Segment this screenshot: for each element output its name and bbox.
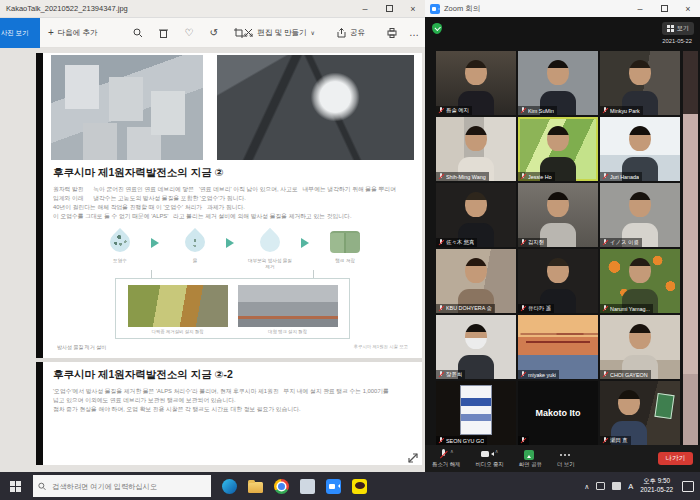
zoom-taskbar-icon[interactable] — [326, 479, 341, 494]
tray-chevron-up-icon[interactable]: ∧ — [584, 483, 589, 490]
search-input[interactable] — [50, 481, 206, 492]
participant-name-bar: 유타카 遥 — [518, 304, 554, 313]
rotate-icon[interactable]: ↺ — [209, 28, 217, 38]
participant-tile[interactable]: Minkyu Park Minkyu Park — [600, 51, 680, 115]
participant-tile[interactable]: 佐々木 悠真 佐々木 悠真 — [436, 183, 516, 247]
zoom-control-button[interactable]: 화면 공유 — [519, 449, 542, 468]
participant-tile[interactable]: SEON GYU GO SEON GYU GO — [436, 381, 516, 445]
participant-name-bar: 음솔 예지 — [436, 106, 472, 115]
participant-tile[interactable]: Shih-Ming Wang Shih-Ming Wang — [436, 117, 516, 181]
tray-volume-icon[interactable] — [612, 482, 621, 490]
participant-tile[interactable]: Juri Hanada Juri Hanada — [600, 117, 680, 181]
mic-muted-icon — [602, 107, 608, 114]
zoom-control-icon — [439, 449, 448, 460]
clock-date: 2021-05-22 — [640, 486, 673, 495]
arrow-right-icon — [151, 238, 164, 248]
start-button[interactable] — [4, 475, 26, 497]
zoom-titlebar[interactable]: Zoom 회의 – × — [425, 0, 700, 17]
view-button[interactable]: 보기 — [662, 22, 694, 35]
action-center-icon[interactable] — [682, 481, 694, 492]
resize-diagonal-icon[interactable] — [407, 452, 419, 464]
see-all-photos-button[interactable]: 모든 사진 보기 — [0, 18, 40, 48]
taskbar-search[interactable] — [33, 475, 211, 497]
section-divider — [36, 358, 422, 362]
close-button[interactable]: × — [401, 0, 425, 17]
participant-name-bar: Narumi Yamag... — [600, 304, 653, 313]
taskbar-clock[interactable]: 오후 9:50 2021-05-22 — [640, 477, 673, 494]
zoom-control-button[interactable]: ∧ 음소거 해제 — [432, 449, 460, 468]
participant-tile[interactable]: 유타카 遥 유타카 遥 — [518, 249, 598, 313]
chrome-icon[interactable] — [274, 479, 289, 494]
participant-name: KBU DOHYERA 송 — [446, 305, 492, 312]
edit-create-button[interactable]: 편집 및 만들기 ∨ — [244, 28, 315, 38]
photos-app-window: KakaoTalk_20210522_21394347.jpg – × 모든 사… — [0, 0, 425, 472]
file-explorer-icon[interactable] — [248, 482, 263, 493]
edit-icon — [244, 28, 253, 37]
participant-name-bar: Juri Hanada — [600, 172, 642, 181]
tank-site-photo — [238, 285, 338, 327]
participant-name: イノス 이용 — [610, 239, 639, 246]
delete-icon[interactable] — [159, 28, 168, 38]
grid-view-icon — [667, 25, 674, 32]
mic-muted-icon — [438, 371, 444, 378]
figure-caption: 방사성 물질 제거 설비 — [57, 344, 106, 350]
zoom-control-icon — [559, 449, 571, 460]
zoom-control-button[interactable]: ∧ 비디오 중지 — [475, 449, 503, 468]
ime-indicator[interactable]: A — [628, 482, 633, 491]
share-button[interactable]: 공유 — [337, 28, 365, 38]
maximize-button[interactable] — [377, 0, 401, 17]
participant-tile[interactable]: Narumi Yamag... Narumi Yamag... — [600, 249, 680, 313]
add-to-button[interactable]: + 다음에 추가 — [48, 28, 97, 38]
meeting-security-shield-icon[interactable] — [432, 23, 442, 34]
participant-name-bar: 장윤희 — [436, 370, 465, 379]
edge-icon[interactable] — [222, 479, 237, 494]
mic-muted-icon — [602, 173, 608, 180]
participant-tile[interactable]: KBU DOHYERA 송 KBU DOHYERA 송 — [436, 249, 516, 313]
more-options-icon[interactable]: … — [409, 28, 419, 38]
participant-tile[interactable]: CHOI GAYEON CHOI GAYEON — [600, 315, 680, 379]
doc-text-line: 이 오염수를 그대로 둘 수 없기 때문에 'ALPS' 라고 불리는 제거 설… — [53, 212, 414, 221]
participant-name-bar: Makoto Ito — [518, 436, 529, 445]
mic-muted-icon — [602, 305, 608, 312]
maximize-button[interactable] — [652, 0, 676, 17]
mic-muted-icon — [520, 239, 526, 246]
clock-time: 오후 9:50 — [640, 477, 673, 486]
kakaotalk-icon[interactable] — [352, 479, 367, 494]
participant-name-bar: SEON GYU GO — [436, 436, 487, 445]
participant-tile[interactable]: 瀬田 直 瀬田 直 — [600, 381, 680, 445]
photos-app-taskbar-icon[interactable] — [300, 479, 315, 494]
photos-titlebar[interactable]: KakaoTalk_20210522_21394347.jpg – × — [0, 0, 425, 18]
plant-photo-explosion — [217, 55, 414, 160]
minimize-button[interactable]: – — [628, 0, 652, 17]
participant-name-center: Makoto Ito — [518, 381, 598, 445]
participant-name: Minkyu Park — [610, 108, 640, 114]
zoom-controls-list: ∧ 음소거 해제 ∧ 비디오 중지 — [432, 449, 575, 468]
minimize-button[interactable]: – — [353, 0, 377, 17]
print-icon[interactable] — [387, 28, 397, 38]
chevron-up-icon[interactable]: ∧ — [450, 449, 454, 454]
zoom-tool-icon[interactable] — [133, 28, 143, 38]
favorite-icon[interactable]: ♡ — [184, 28, 193, 38]
participant-tile[interactable]: Kim SuMin Kim SuMin — [518, 51, 598, 115]
alps-facility-photo — [128, 285, 228, 327]
mic-muted-icon — [520, 107, 526, 114]
document-page: 후쿠시마 제1원자력발전소의 지금 ② 원자력 발전 녹아 굳어진 연료인 연료… — [43, 53, 422, 465]
chevron-up-icon[interactable]: ∧ — [495, 449, 499, 454]
participant-tile[interactable]: 장윤희 장윤희 — [436, 315, 516, 379]
leave-meeting-button[interactable]: 나가기 — [658, 452, 694, 465]
participant-tile[interactable]: Jessie Ho Jessie Ho — [518, 117, 598, 181]
participant-tile[interactable]: 음솔 예지 음솔 예지 — [436, 51, 516, 115]
participant-tile[interactable]: イノス 이용 イノス 이용 — [600, 183, 680, 247]
participant-tile[interactable]: Makoto Ito Makoto Ito — [518, 381, 598, 445]
crop-icon[interactable] — [234, 28, 244, 38]
contaminated-water-drop-icon — [106, 228, 134, 256]
zoom-window-title: Zoom 회의 — [444, 4, 480, 14]
clean-water-drop-icon — [256, 228, 284, 256]
figure-credit: 후쿠시마 제1원전 시찰 보고 — [354, 344, 408, 349]
participant-tile[interactable]: 김지현 김지현 — [518, 183, 598, 247]
close-button[interactable]: × — [676, 0, 700, 17]
participant-tile[interactable]: miyake yuki miyake yuki — [518, 315, 598, 379]
participant-name-bar: Shih-Ming Wang — [436, 172, 489, 181]
zoom-control-button[interactable]: 더 보기 — [557, 449, 575, 468]
tray-network-icon[interactable] — [596, 482, 605, 490]
